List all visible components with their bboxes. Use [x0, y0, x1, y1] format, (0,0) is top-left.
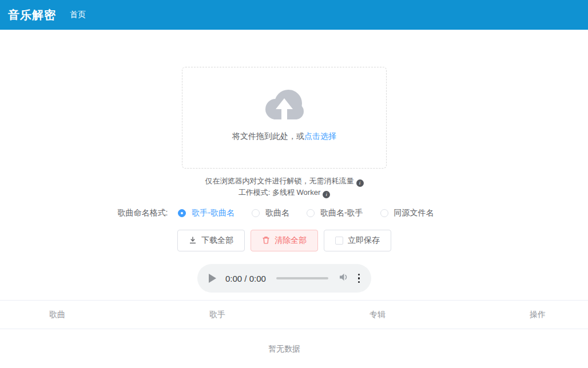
radio-label: 同源文件名	[394, 208, 434, 218]
radio-option-source-filename[interactable]: 同源文件名	[380, 208, 434, 218]
radio-option-title-artist[interactable]: 歌曲名-歌手	[307, 208, 363, 218]
kebab-menu-icon[interactable]	[358, 274, 360, 283]
tip-line-2: 工作模式: 多线程 Workeri	[205, 187, 364, 198]
download-icon	[189, 236, 197, 246]
naming-format-group: 歌曲命名格式: 歌手-歌曲名 歌曲名 歌曲名-歌手 同源文件名	[117, 208, 451, 218]
upload-hint-text: 将文件拖到此处，或	[232, 131, 304, 141]
radio-circle-icon	[178, 209, 186, 217]
table-header-row: 歌曲 歌手 专辑 操作	[0, 301, 588, 329]
app-title: 音乐解密	[8, 7, 56, 23]
results-table: 歌曲 歌手 专辑 操作 暂无数据	[0, 300, 588, 368]
clear-all-button[interactable]: 清除全部	[251, 230, 318, 251]
tip-1-text: 仅在浏览器内对文件进行解锁，无需消耗流量	[205, 177, 354, 185]
tip-2-text: 工作模式: 多线程 Worker	[239, 188, 321, 197]
upload-dropzone[interactable]: 将文件拖到此处，或点击选择	[182, 67, 387, 169]
radio-label: 歌曲名-歌手	[320, 208, 363, 218]
column-header-artist: 歌手	[201, 310, 233, 320]
checkbox-icon[interactable]	[335, 237, 343, 245]
table-empty-state: 暂无数据	[0, 329, 578, 368]
upload-select-link[interactable]: 点击选择	[304, 131, 336, 141]
audio-player[interactable]: 0:00 / 0:00	[197, 264, 371, 293]
info-icon[interactable]: i	[356, 179, 364, 187]
play-icon[interactable]	[209, 274, 216, 283]
column-header-actions: 操作	[522, 310, 554, 320]
actions-row: 下载全部 清除全部 立即保存	[177, 230, 391, 251]
upload-hint: 将文件拖到此处，或点击选择	[182, 131, 386, 142]
info-icon[interactable]: i	[323, 191, 330, 198]
naming-format-label: 歌曲命名格式:	[117, 208, 168, 218]
tip-line-1: 仅在浏览器内对文件进行解锁，无需消耗流量i	[205, 175, 364, 187]
speaker-icon[interactable]	[339, 272, 349, 285]
radio-option-artist-title[interactable]: 歌手-歌曲名	[178, 208, 235, 218]
main-content: 将文件拖到此处，或点击选择 仅在浏览器内对文件进行解锁，无需消耗流量i 工作模式…	[0, 30, 578, 293]
save-now-label: 立即保存	[348, 235, 380, 246]
radio-circle-icon	[380, 209, 388, 217]
seek-bar[interactable]	[276, 277, 328, 279]
cloud-upload-icon	[264, 89, 305, 122]
download-all-button[interactable]: 下载全部	[177, 230, 245, 251]
radio-circle-icon	[252, 209, 260, 217]
trash-icon	[262, 236, 270, 246]
top-navbar: 音乐解密 首页	[0, 0, 588, 30]
column-header-album: 专辑	[361, 310, 394, 320]
radio-circle-icon	[307, 209, 315, 217]
clear-all-label: 清除全部	[275, 235, 307, 246]
nav-home[interactable]: 首页	[70, 10, 86, 20]
radio-label: 歌曲名	[265, 208, 289, 218]
radio-option-title[interactable]: 歌曲名	[252, 208, 289, 218]
column-header-song: 歌曲	[41, 310, 73, 320]
radio-label: 歌手-歌曲名	[192, 208, 235, 218]
save-now-button[interactable]: 立即保存	[324, 230, 391, 251]
download-all-label: 下载全部	[201, 235, 233, 246]
player-time: 0:00 / 0:00	[225, 274, 266, 283]
tips-block: 仅在浏览器内对文件进行解锁，无需消耗流量i 工作模式: 多线程 Workeri	[205, 175, 364, 198]
empty-text: 暂无数据	[268, 344, 300, 354]
